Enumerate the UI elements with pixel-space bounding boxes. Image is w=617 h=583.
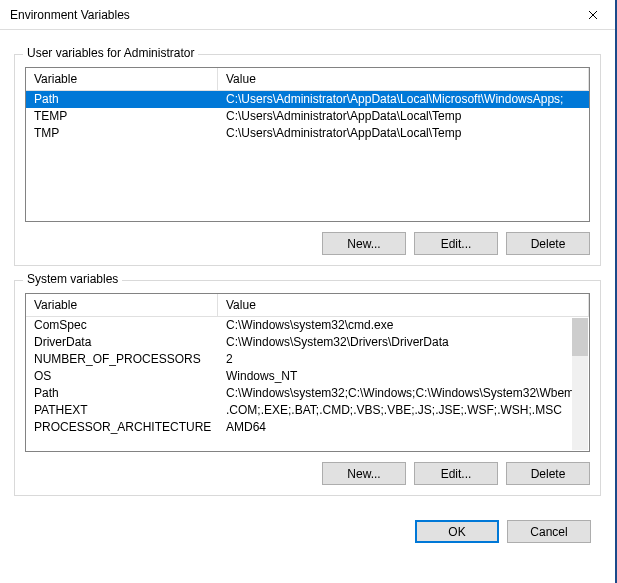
table-row[interactable]: PROCESSOR_ARCHITECTURE AMD64 <box>26 419 589 436</box>
system-edit-button[interactable]: Edit... <box>414 462 498 485</box>
titlebar: Environment Variables <box>0 0 615 30</box>
list-header: Variable Value <box>26 68 589 91</box>
column-variable[interactable]: Variable <box>26 68 218 90</box>
ok-button[interactable]: OK <box>415 520 499 543</box>
user-new-button[interactable]: New... <box>322 232 406 255</box>
system-variables-label: System variables <box>23 272 122 286</box>
table-row[interactable]: Path C:\Windows\system32;C:\Windows;C:\W… <box>26 385 589 402</box>
close-button[interactable] <box>570 0 615 30</box>
list-header: Variable Value <box>26 294 589 317</box>
table-row[interactable]: OS Windows_NT <box>26 368 589 385</box>
cancel-button[interactable]: Cancel <box>507 520 591 543</box>
table-row[interactable]: NUMBER_OF_PROCESSORS 2 <box>26 351 589 368</box>
table-row[interactable]: PATHEXT .COM;.EXE;.BAT;.CMD;.VBS;.VBE;.J… <box>26 402 589 419</box>
user-delete-button[interactable]: Delete <box>506 232 590 255</box>
user-variables-list[interactable]: Variable Value Path C:\Users\Administrat… <box>25 67 590 222</box>
user-variables-group: User variables for Administrator Variabl… <box>14 54 601 266</box>
close-icon <box>588 10 598 20</box>
system-variables-list[interactable]: Variable Value ComSpec C:\Windows\system… <box>25 293 590 452</box>
user-variables-label: User variables for Administrator <box>23 46 198 60</box>
column-variable[interactable]: Variable <box>26 294 218 316</box>
table-row[interactable]: ComSpec C:\Windows\system32\cmd.exe <box>26 317 589 334</box>
system-delete-button[interactable]: Delete <box>506 462 590 485</box>
table-row[interactable]: Path C:\Users\Administrator\AppData\Loca… <box>26 91 589 108</box>
table-row[interactable]: DriverData C:\Windows\System32\Drivers\D… <box>26 334 589 351</box>
system-new-button[interactable]: New... <box>322 462 406 485</box>
window-title: Environment Variables <box>10 8 570 22</box>
table-row[interactable]: TMP C:\Users\Administrator\AppData\Local… <box>26 125 589 142</box>
user-edit-button[interactable]: Edit... <box>414 232 498 255</box>
scroll-thumb[interactable] <box>572 318 588 356</box>
column-value[interactable]: Value <box>218 68 589 90</box>
system-variables-group: System variables Variable Value ComSpec … <box>14 280 601 496</box>
table-row[interactable]: TEMP C:\Users\Administrator\AppData\Loca… <box>26 108 589 125</box>
scrollbar[interactable] <box>572 318 588 450</box>
column-value[interactable]: Value <box>218 294 589 316</box>
